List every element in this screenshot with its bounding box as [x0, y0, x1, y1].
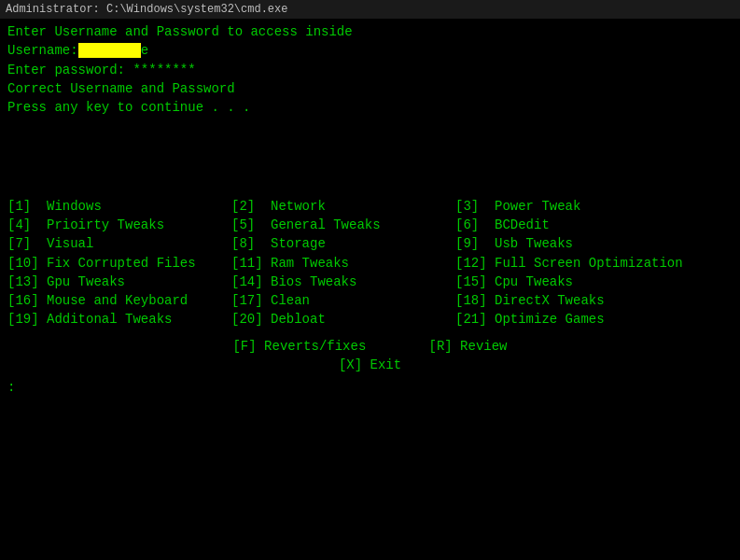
menu-col3-6: [18] DirectX Tweaks — [455, 291, 733, 310]
menu-col2-6: [17] Clean — [231, 291, 455, 310]
menu-col1-4: [10] Fix Corrupted Files — [7, 254, 231, 273]
menu-col3-5: [15] Cpu Tweaks — [455, 273, 733, 291]
menu-row-1: [1] Windows[2] Network[3] Power Tweak — [7, 197, 733, 216]
menu-col2-3: [8] Storage — [231, 234, 455, 253]
username-suffix: e — [141, 43, 148, 58]
terminal-body: Enter Username and Password to access in… — [0, 19, 740, 401]
center-row1: [F] Reverts/fixes [R] Review — [7, 337, 733, 356]
menu-col3-7: [21] Optimize Games — [455, 310, 733, 329]
title-bar-label: Administrator: C:\Windows\system32\cmd.e… — [6, 3, 287, 16]
blank-line-1 — [7, 117, 733, 135]
center-section: [F] Reverts/fixes [R] Review [X] Exit — [7, 337, 733, 375]
menu-col1-2: [4] Prioirty Tweaks — [7, 216, 231, 234]
blank-line-3 — [7, 155, 733, 174]
menu-col3-2: [6] BCDedit — [455, 216, 733, 234]
menu-row-2: [4] Prioirty Tweaks[5] General Tweaks[6]… — [7, 216, 733, 234]
menu-col2-7: [20] Debloat — [231, 310, 455, 329]
menu-col1-5: [13] Gpu Tweaks — [7, 273, 231, 291]
menu-col1-7: [19] Additonal Tweaks — [7, 310, 231, 329]
menu-row-3: [7] Visual[8] Storage[9] Usb Tweaks — [7, 234, 733, 253]
menu-row-7: [19] Additonal Tweaks[20] Debloat[21] Op… — [7, 310, 733, 329]
menu-col3-1: [3] Power Tweak — [455, 197, 733, 216]
center-row2: [X] Exit — [7, 356, 733, 374]
title-bar: Administrator: C:\Windows\system32\cmd.e… — [0, 0, 740, 19]
blank-line-4 — [7, 174, 733, 192]
menu-row-5: [13] Gpu Tweaks[14] Bios Tweaks[15] Cpu … — [7, 273, 733, 291]
menu-grid: [1] Windows[2] Network[3] Power Tweak[4]… — [7, 197, 733, 329]
menu-col3-4: [12] Full Screen Optimization — [455, 254, 733, 273]
menu-row-4: [10] Fix Corrupted Files[11] Ram Tweaks[… — [7, 254, 733, 273]
menu-col1-1: [1] Windows — [7, 197, 231, 216]
menu-col2-2: [5] General Tweaks — [231, 216, 455, 234]
menu-row-6: [16] Mouse and Keyboard[17] Clean[18] Di… — [7, 291, 733, 310]
blank-line-2 — [7, 136, 733, 155]
username-line: Username: e — [7, 41, 733, 60]
prompt-line: : — [7, 378, 733, 397]
menu-col1-3: [7] Visual — [7, 234, 231, 253]
username-prefix: Username: — [7, 43, 78, 58]
menu-col3-3: [9] Usb Tweaks — [455, 234, 733, 253]
menu-col1-6: [16] Mouse and Keyboard — [7, 291, 231, 310]
menu-col2-5: [14] Bios Tweaks — [231, 273, 455, 291]
username-input — [78, 43, 141, 58]
correct-line: Correct Username and Password — [7, 79, 733, 98]
menu-col2-4: [11] Ram Tweaks — [231, 254, 455, 273]
password-line: Enter password: ******** — [7, 61, 733, 79]
press-any-key-line: Press any key to continue . . . — [7, 98, 733, 117]
menu-col2-1: [2] Network — [231, 197, 455, 216]
intro-line: Enter Username and Password to access in… — [7, 22, 733, 41]
